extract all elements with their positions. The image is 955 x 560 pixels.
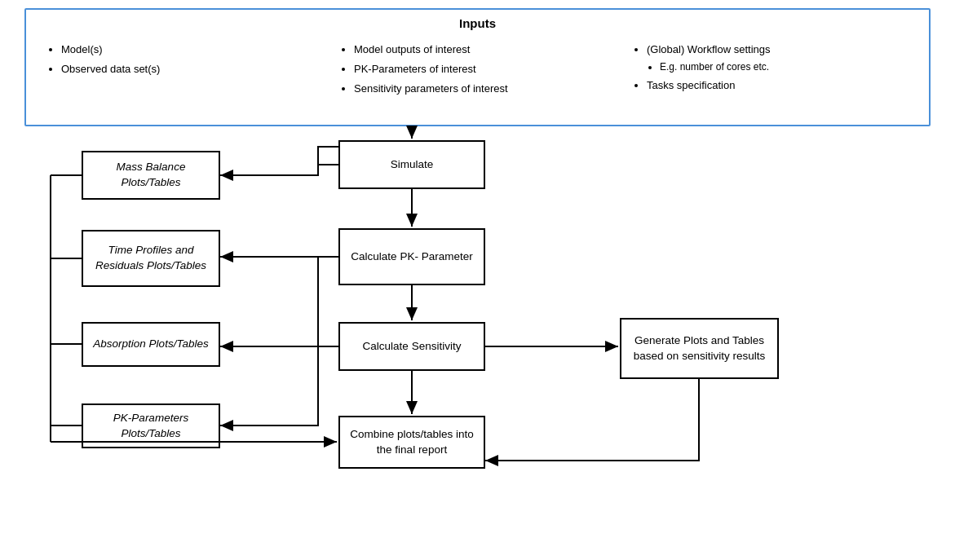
inputs-title: Inputs: [26, 16, 929, 30]
input-pk-params: PK-Parameters of interest: [354, 60, 624, 78]
input-observed: Observed data set(s): [61, 60, 331, 78]
pk-parameters-box: PK-Parameters Plots/Tables: [82, 403, 220, 448]
inputs-col-3: (Global) Workflow settings E.g. number o…: [624, 18, 917, 117]
calc-sensitivity-box: Calculate Sensitivity: [338, 322, 485, 371]
input-sensitivity: Sensitivity parameters of interest: [354, 80, 624, 98]
mass-balance-box: Mass Balance Plots/Tables: [82, 151, 220, 200]
generate-plots-box: Generate Plots and Tables based on sensi…: [620, 318, 779, 379]
input-workflow-settings: (Global) Workflow settings E.g. number o…: [647, 41, 917, 75]
input-cores: E.g. number of cores etc.: [660, 59, 917, 75]
time-profiles-box: Time Profiles and Residuals Plots/Tables: [82, 230, 220, 287]
diagram-container: Inputs Model(s) Observed data set(s) Mod…: [0, 0, 955, 560]
inputs-col-2: Model outputs of interest PK-Parameters …: [331, 18, 624, 117]
simulate-box: Simulate: [338, 140, 485, 189]
input-model: Model(s): [61, 41, 331, 59]
inputs-box: Inputs Model(s) Observed data set(s) Mod…: [24, 8, 931, 126]
absorption-box: Absorption Plots/Tables: [82, 322, 220, 367]
input-tasks-spec: Tasks specification: [647, 77, 917, 95]
combine-box: Combine plots/tables into the final repo…: [338, 416, 485, 469]
input-model-outputs: Model outputs of interest: [354, 41, 624, 59]
inputs-col-1: Model(s) Observed data set(s): [38, 18, 331, 117]
calc-pk-box: Calculate PK- Parameter: [338, 228, 485, 285]
